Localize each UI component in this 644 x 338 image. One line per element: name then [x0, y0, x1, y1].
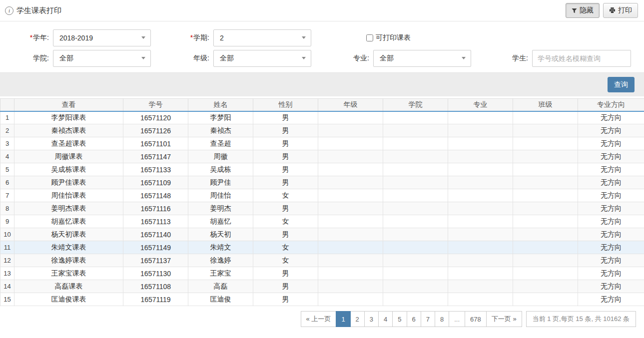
page-number-button[interactable]: 6: [407, 311, 421, 327]
query-toolbar: 查询: [0, 72, 644, 96]
class-cell: [513, 228, 578, 241]
row-index: 2: [0, 124, 14, 137]
view-timetable-link[interactable]: 姜明杰课表: [14, 202, 123, 215]
view-timetable-link[interactable]: 徐逸婷课表: [14, 254, 123, 267]
hide-filters-button[interactable]: 隐藏: [566, 3, 600, 18]
major-cell: [448, 176, 513, 189]
page-number-button[interactable]: 5: [392, 311, 407, 327]
row-index: 1: [0, 111, 14, 124]
grade-cell: [318, 293, 383, 306]
student-name-cell: 徐逸婷: [188, 254, 253, 267]
table-row[interactable]: 12 徐逸婷课表 16571137 徐逸婷 女 无方向: [0, 254, 644, 267]
direction-cell: 无方向: [578, 241, 644, 254]
page-number-button[interactable]: 678: [465, 311, 487, 327]
class-cell: [513, 111, 578, 124]
table-row[interactable]: 4 周徽课表 16571147 周徽 男 无方向: [0, 150, 644, 163]
table-row[interactable]: 5 吴成栋课表 16571133 吴成栋 男 无方向: [0, 163, 644, 176]
page-number-button[interactable]: 8: [435, 311, 449, 327]
college-cell: [383, 163, 448, 176]
student-id-cell: 16571149: [123, 241, 188, 254]
major-select[interactable]: 全部: [373, 50, 471, 67]
table-row[interactable]: 8 姜明杰课表 16571116 姜明杰 男 无方向: [0, 202, 644, 215]
student-id-cell: 16571137: [123, 254, 188, 267]
term-select[interactable]: 2: [213, 29, 311, 46]
class-cell: [513, 124, 578, 137]
view-timetable-link[interactable]: 杨天初课表: [14, 228, 123, 241]
view-timetable-link[interactable]: 李梦阳课表: [14, 111, 123, 124]
grade-cell: [318, 124, 383, 137]
grade-select[interactable]: 全部: [213, 50, 311, 67]
column-header: 专业方向: [578, 99, 644, 111]
filter-row-1: *学年: 2018-2019 *学期: 2 可打印课表: [0, 27, 644, 48]
table-row[interactable]: 7 周佳怡课表 16571148 周佳怡 女 无方向: [0, 189, 644, 202]
college-select[interactable]: 全部: [53, 50, 151, 67]
students-table: 查看学号姓名性别年级学院专业班级专业方向 1 李梦阳课表 16571120 李梦…: [0, 98, 644, 306]
view-timetable-link[interactable]: 朱靖文课表: [14, 241, 123, 254]
term-label: *学期:: [151, 33, 213, 42]
grade-select-value: 全部: [220, 54, 302, 63]
grade-cell: [318, 150, 383, 163]
view-timetable-link[interactable]: 周佳怡课表: [14, 189, 123, 202]
grade-cell: [318, 215, 383, 228]
column-header: 性别: [253, 99, 318, 111]
table-row[interactable]: 10 杨天初课表 16571140 杨天初 男 无方向: [0, 228, 644, 241]
college-cell: [383, 176, 448, 189]
view-timetable-link[interactable]: 顾尹佳课表: [14, 176, 123, 189]
gender-cell: 男: [253, 137, 318, 150]
major-cell: [448, 267, 513, 280]
query-button[interactable]: 查询: [608, 77, 635, 92]
table-row[interactable]: 11 朱靖文课表 16571149 朱靖文 女 无方向: [0, 241, 644, 254]
table-header-row: 查看学号姓名性别年级学院专业班级专业方向: [0, 99, 644, 111]
table-row[interactable]: 9 胡嘉忆课表 16571113 胡嘉忆 女 无方向: [0, 215, 644, 228]
view-timetable-link[interactable]: 秦祯杰课表: [14, 124, 123, 137]
direction-cell: 无方向: [578, 163, 644, 176]
view-timetable-link[interactable]: 王家宝课表: [14, 267, 123, 280]
student-id-cell: 16571147: [123, 150, 188, 163]
college-label: 学院:: [0, 54, 53, 63]
printable-checkbox[interactable]: [366, 34, 373, 41]
student-id-cell: 16571133: [123, 163, 188, 176]
table-row[interactable]: 15 匡迪俊课表 16571119 匡迪俊 男 无方向: [0, 293, 644, 306]
grade-cell: [318, 267, 383, 280]
view-timetable-link[interactable]: 周徽课表: [14, 150, 123, 163]
table-row[interactable]: 6 顾尹佳课表 16571109 顾尹佳 男 无方向: [0, 176, 644, 189]
view-timetable-link[interactable]: 吴成栋课表: [14, 163, 123, 176]
table-row[interactable]: 14 高磊课表 16571108 高磊 男 无方向: [0, 280, 644, 293]
pagination-status: 当前 1 页,每页 15 条, 共 10162 条: [526, 311, 636, 327]
grade-cell: [318, 111, 383, 124]
page-number-button[interactable]: 1: [336, 311, 350, 327]
page-number-button[interactable]: 2: [350, 311, 365, 327]
table-row[interactable]: 3 查圣超课表 16571101 查圣超 男 无方向: [0, 137, 644, 150]
view-timetable-link[interactable]: 查圣超课表: [14, 137, 123, 150]
column-header: [0, 99, 14, 111]
filter-funnel-icon: [572, 8, 577, 13]
direction-cell: 无方向: [578, 280, 644, 293]
next-page-button[interactable]: 下一页 »: [486, 311, 522, 327]
column-header: 姓名: [188, 99, 253, 111]
table-row[interactable]: 1 李梦阳课表 16571120 李梦阳 男 无方向: [0, 111, 644, 124]
table-row[interactable]: 2 秦祯杰课表 16571126 秦祯杰 男 无方向: [0, 124, 644, 137]
student-name-cell: 匡迪俊: [188, 293, 253, 306]
student-id-cell: 16571120: [123, 111, 188, 124]
column-header: 学号: [123, 99, 188, 111]
table-row[interactable]: 13 王家宝课表 16571130 王家宝 男 无方向: [0, 267, 644, 280]
title-bar: i 学生课表打印 隐藏 打印: [0, 0, 644, 21]
student-name-cell: 李梦阳: [188, 111, 253, 124]
printable-checkbox-group: 可打印课表: [366, 33, 411, 42]
year-select[interactable]: 2018-2019: [53, 29, 151, 46]
grade-cell: [318, 189, 383, 202]
page-number-button[interactable]: 3: [364, 311, 379, 327]
term-select-value: 2: [220, 34, 302, 42]
page-number-button[interactable]: 4: [378, 311, 393, 327]
student-id-cell: 16571116: [123, 202, 188, 215]
page-number-button[interactable]: 7: [421, 311, 435, 327]
view-timetable-link[interactable]: 高磊课表: [14, 280, 123, 293]
student-search-input[interactable]: [532, 50, 631, 67]
direction-cell: 无方向: [578, 293, 644, 306]
print-button[interactable]: 打印: [603, 3, 638, 18]
prev-page-button[interactable]: « 上一页: [301, 311, 337, 327]
view-timetable-link[interactable]: 胡嘉忆课表: [14, 215, 123, 228]
gender-cell: 男: [253, 293, 318, 306]
view-timetable-link[interactable]: 匡迪俊课表: [14, 293, 123, 306]
major-cell: [448, 215, 513, 228]
